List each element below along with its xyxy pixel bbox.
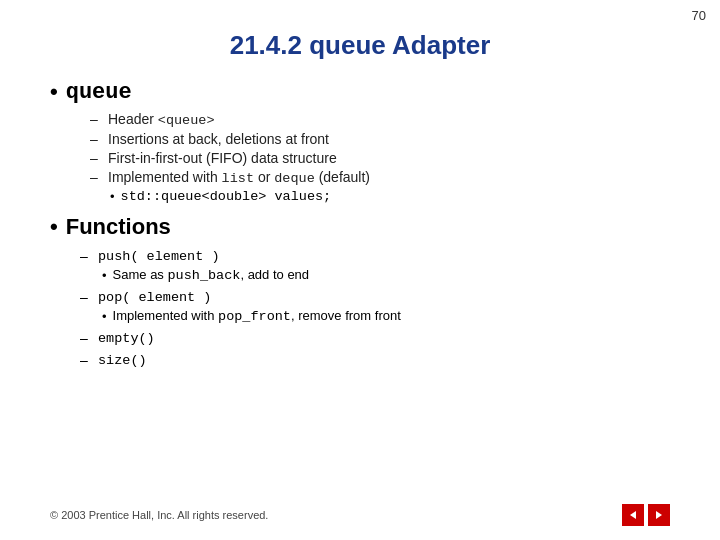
dash: – bbox=[80, 352, 92, 368]
queue-code-example: • std::queue<double> values; bbox=[110, 189, 670, 204]
queue-sub-list: – Header <queue> – Insertions at back, d… bbox=[90, 111, 670, 204]
dash: – bbox=[80, 248, 92, 264]
next-button[interactable] bbox=[648, 504, 670, 526]
queue-item-2: – Insertions at back, deletions at front bbox=[90, 131, 670, 147]
func-size-header: – size() bbox=[80, 352, 670, 368]
func-push-sig: push( element ) bbox=[98, 249, 220, 264]
slide-content: 21.4.2 queue Adapter • queue – Header <q… bbox=[0, 0, 720, 398]
svg-marker-1 bbox=[656, 511, 662, 519]
func-empty-header: – empty() bbox=[80, 330, 670, 346]
sub-bullet-dot: • bbox=[110, 189, 115, 204]
copyright-text: © 2003 Prentice Hall, Inc. All rights re… bbox=[50, 509, 268, 521]
page-number: 70 bbox=[692, 8, 706, 23]
queue-item-4-text: Implemented with list or deque (default) bbox=[108, 169, 370, 186]
prev-button[interactable] bbox=[622, 504, 644, 526]
slide-title: 21.4.2 queue Adapter bbox=[50, 30, 670, 61]
bullet-dot: • bbox=[50, 79, 58, 105]
queue-item-3: – First-in-first-out (FIFO) data structu… bbox=[90, 150, 670, 166]
func-item-pop: – pop( element ) • Implemented with pop_… bbox=[80, 289, 670, 324]
func-size-sig: size() bbox=[98, 353, 147, 368]
func-pop-detail: • Implemented with pop_front, remove fro… bbox=[102, 308, 670, 324]
queue-item-3-text: First-in-first-out (FIFO) data structure bbox=[108, 150, 337, 166]
nav-buttons[interactable] bbox=[622, 504, 670, 526]
func-push-detail-text: Same as push_back, add to end bbox=[113, 267, 310, 283]
queue-item-1: – Header <queue> bbox=[90, 111, 670, 128]
functions-bullet-main: • Functions bbox=[50, 214, 670, 240]
func-pop-detail-text: Implemented with pop_front, remove from … bbox=[113, 308, 401, 324]
func-empty-sig: empty() bbox=[98, 331, 155, 346]
func-item-size: – size() bbox=[80, 352, 670, 368]
dash: – bbox=[80, 330, 92, 346]
dash: – bbox=[90, 150, 102, 166]
func-item-empty: – empty() bbox=[80, 330, 670, 346]
dash: – bbox=[90, 111, 102, 127]
queue-item-1-text: Header <queue> bbox=[108, 111, 215, 128]
queue-code-text: std::queue<double> values; bbox=[121, 189, 332, 204]
dash: – bbox=[90, 169, 102, 185]
func-pop-sig: pop( element ) bbox=[98, 290, 211, 305]
func-push-detail: • Same as push_back, add to end bbox=[102, 267, 670, 283]
func-push-header: – push( element ) bbox=[80, 248, 670, 264]
queue-section: • queue – Header <queue> – Insertions at… bbox=[50, 79, 670, 204]
queue-item-2-text: Insertions at back, deletions at front bbox=[108, 131, 329, 147]
func-item-push: – push( element ) • Same as push_back, a… bbox=[80, 248, 670, 283]
queue-bullet-main: • queue bbox=[50, 79, 670, 105]
sub-dot: • bbox=[102, 309, 107, 324]
svg-marker-0 bbox=[630, 511, 636, 519]
functions-bullet-dot: • bbox=[50, 214, 58, 240]
dash: – bbox=[80, 289, 92, 305]
func-pop-header: – pop( element ) bbox=[80, 289, 670, 305]
functions-sub-list: – push( element ) • Same as push_back, a… bbox=[80, 248, 670, 368]
dash: – bbox=[90, 131, 102, 147]
functions-label: Functions bbox=[66, 214, 171, 240]
functions-section: • Functions – push( element ) • Same as … bbox=[50, 214, 670, 368]
queue-label: queue bbox=[66, 80, 132, 105]
footer: © 2003 Prentice Hall, Inc. All rights re… bbox=[50, 504, 670, 526]
sub-dot: • bbox=[102, 268, 107, 283]
queue-item-4: – Implemented with list or deque (defaul… bbox=[90, 169, 670, 186]
